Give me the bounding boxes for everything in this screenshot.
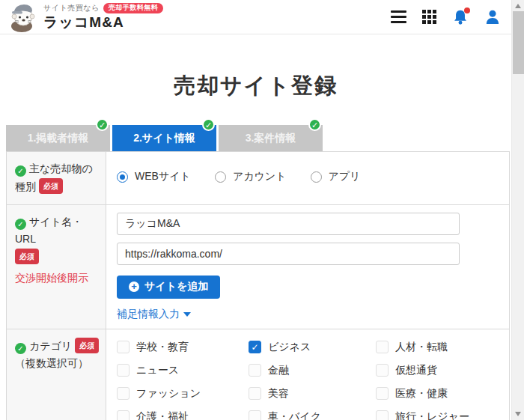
scroll-up-arrow-icon[interactable] xyxy=(515,4,521,8)
required-badge: 必須 xyxy=(39,178,63,194)
sale-type-options-cell: WEBサイト アカウント アプリ xyxy=(106,152,509,204)
brand-name: ラッコM&A xyxy=(43,15,163,31)
checkbox-label: 金融 xyxy=(268,364,289,377)
checkbox-icon: ✓ xyxy=(249,364,261,377)
checkbox-icon: ✓ xyxy=(117,387,130,400)
tab-site-info[interactable]: 2.サイト情報 ✓ xyxy=(112,125,216,151)
tab-publisher-info[interactable]: 1.掲載者情報 ✓ xyxy=(6,125,110,151)
chevron-down-icon xyxy=(183,312,191,317)
apps-grid-icon[interactable] xyxy=(422,10,436,24)
checkbox-icon: ✓ xyxy=(117,341,130,353)
radio-website[interactable]: WEBサイト xyxy=(117,170,191,183)
checkbox-icon: ✓ xyxy=(249,387,261,400)
checkbox-icon: ✓ xyxy=(376,387,389,400)
checkbox-icon: ✓ xyxy=(117,364,130,377)
category-label: カテゴリ xyxy=(29,340,72,352)
tab-complete-check-icon: ✓ xyxy=(308,118,321,131)
form-row-category: ✓カテゴリ 必須 （複数選択可） ✓ 学校・教育 ✓ ビジネス xyxy=(7,329,509,420)
category-grid: ✓ 学校・教育 ✓ ビジネス ✓ 人材・転職 ✓ xyxy=(117,337,499,420)
checkbox-label: 医療・健康 xyxy=(395,387,448,401)
scroll-down-arrow-icon[interactable] xyxy=(515,412,521,416)
checkbox-icon: ✓ xyxy=(117,410,130,420)
tab-label: 1.掲載者情報 xyxy=(28,132,89,145)
checkbox-fashion[interactable]: ✓ ファッション xyxy=(117,387,249,401)
checkbox-business[interactable]: ✓ ビジネス xyxy=(249,341,376,354)
brand-logo[interactable]: サイト売買なら 売却手数料無料 ラッコM&A xyxy=(7,2,163,32)
checkbox-finance[interactable]: ✓ 金融 xyxy=(249,364,376,377)
promo-badge: 売却手数料無料 xyxy=(103,3,164,13)
plus-icon: + xyxy=(129,281,139,292)
checkbox-news[interactable]: ✓ ニュース xyxy=(117,364,249,377)
checkbox-label: ビジネス xyxy=(268,341,311,354)
checkbox-crypto[interactable]: ✓ 仮想通貨 xyxy=(376,364,499,377)
checkbox-nursing-welfare[interactable]: ✓ 介護・福祉 xyxy=(117,410,249,420)
registration-form: ✓主な売却物の種別 必須 WEBサイト アカウント xyxy=(6,151,510,420)
radio-icon xyxy=(117,171,128,183)
required-badge: 必須 xyxy=(75,338,99,353)
radio-icon xyxy=(215,171,226,183)
header-icons xyxy=(391,9,501,25)
site-url-label: サイト名・URL xyxy=(15,216,82,246)
radio-label: アプリ xyxy=(329,170,361,183)
logo-tagline: サイト売買なら xyxy=(43,4,100,12)
checkbox-hr-career[interactable]: ✓ 人材・転職 xyxy=(376,341,499,354)
disclosure-note: 交渉開始後開示 xyxy=(15,270,100,287)
field-complete-check-icon: ✓ xyxy=(15,165,26,177)
category-sub-label: （複数選択可） xyxy=(15,355,100,373)
checkbox-label: 車・バイク xyxy=(268,410,321,420)
user-account-icon[interactable] xyxy=(484,9,501,25)
checkbox-label: 学校・教育 xyxy=(136,341,189,354)
sale-type-label-cell: ✓主な売却物の種別 必須 xyxy=(7,152,106,204)
checkbox-icon: ✓ xyxy=(376,364,389,377)
form-row-site-url: ✓サイト名・URL 必須 交渉開始後開示 + サイトを追加 補足情報入力 xyxy=(7,205,509,329)
step-tabs: 1.掲載者情報 ✓ 2.サイト情報 ✓ 3.案件情報 ✓ xyxy=(6,125,511,151)
menu-icon[interactable] xyxy=(391,10,406,23)
checkbox-icon: ✓ xyxy=(249,410,261,420)
category-options-cell: ✓ 学校・教育 ✓ ビジネス ✓ 人材・転職 ✓ xyxy=(106,329,509,420)
tab-complete-check-icon: ✓ xyxy=(96,118,109,131)
radio-account[interactable]: アカウント xyxy=(215,170,287,183)
category-label-cell: ✓カテゴリ 必須 （複数選択可） xyxy=(7,329,106,420)
site-name-input[interactable] xyxy=(117,213,460,235)
form-row-sale-type: ✓主な売却物の種別 必須 WEBサイト アカウント xyxy=(7,152,509,205)
checkbox-car-bike[interactable]: ✓ 車・バイク xyxy=(249,410,376,420)
vertical-scrollbar[interactable] xyxy=(511,0,524,420)
tab-label: 2.サイト情報 xyxy=(133,132,195,145)
notification-dot xyxy=(464,7,470,13)
checkbox-travel-leisure[interactable]: ✓ 旅行・レジャー xyxy=(376,410,499,420)
tab-deal-info[interactable]: 3.案件情報 ✓ xyxy=(219,125,323,151)
page-title: 売却サイト登録 xyxy=(0,71,511,101)
checkbox-beauty[interactable]: ✓ 美容 xyxy=(249,387,376,401)
checkbox-icon: ✓ xyxy=(249,341,261,353)
radio-label: WEBサイト xyxy=(135,170,191,183)
checkbox-label: ニュース xyxy=(136,364,179,377)
logo-text: サイト売買なら 売却手数料無料 ラッコM&A xyxy=(43,3,163,32)
header: サイト売買なら 売却手数料無料 ラッコM&A xyxy=(0,0,511,34)
tab-label: 3.案件情報 xyxy=(246,132,296,145)
checkbox-school-education[interactable]: ✓ 学校・教育 xyxy=(117,341,249,354)
scrollbar-thumb[interactable] xyxy=(513,11,524,74)
checkbox-label: 介護・福祉 xyxy=(136,410,189,420)
add-site-button-label: サイトを追加 xyxy=(144,280,208,293)
supplementary-info-link[interactable]: 補足情報入力 xyxy=(117,308,191,321)
checkbox-label: 仮想通貨 xyxy=(395,364,437,377)
radio-app[interactable]: アプリ xyxy=(311,170,361,183)
radio-label: アカウント xyxy=(233,170,287,183)
site-url-label-cell: ✓サイト名・URL 必須 交渉開始後開示 xyxy=(7,205,106,329)
checkbox-label: 旅行・レジャー xyxy=(395,410,469,420)
tab-complete-check-icon: ✓ xyxy=(202,118,215,131)
otter-mascot-icon xyxy=(7,2,39,32)
field-complete-check-icon: ✓ xyxy=(15,219,26,230)
site-url-inputs-cell: + サイトを追加 補足情報入力 xyxy=(106,205,509,329)
checkbox-medical-health[interactable]: ✓ 医療・健康 xyxy=(376,387,499,401)
site-url-input[interactable] xyxy=(117,243,460,265)
notifications-bell-icon[interactable] xyxy=(452,9,469,25)
main-content: 売却サイト登録 1.掲載者情報 ✓ 2.サイト情報 ✓ 3.案件情報 ✓ ✓主な… xyxy=(0,35,511,420)
supplementary-info-label: 補足情報入力 xyxy=(117,308,180,321)
field-complete-check-icon: ✓ xyxy=(15,343,26,354)
checkbox-icon: ✓ xyxy=(376,410,389,420)
add-site-button[interactable]: + サイトを追加 xyxy=(117,276,220,299)
radio-icon xyxy=(311,171,322,183)
checkbox-label: ファッション xyxy=(136,387,201,401)
checkbox-label: 人材・転職 xyxy=(395,341,448,354)
